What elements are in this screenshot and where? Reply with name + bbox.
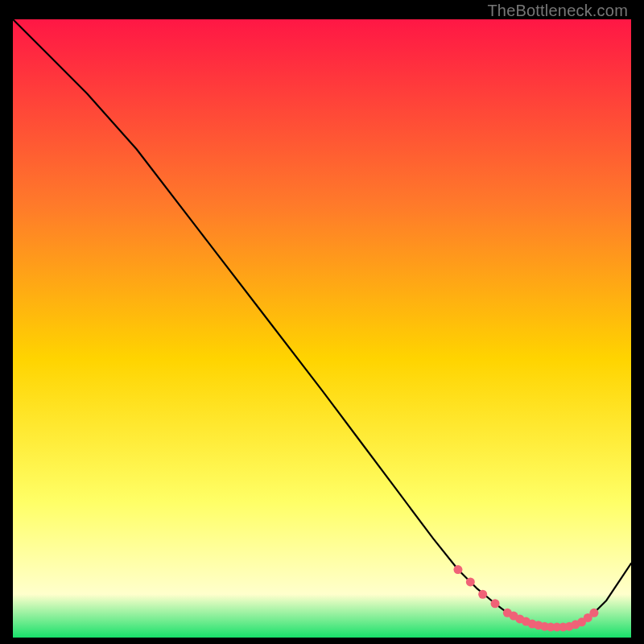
bottleneck-chart [13,19,631,638]
marker-point [589,609,598,617]
marker-point [453,565,462,574]
gradient-background [13,19,631,638]
marker-point [491,599,500,608]
marker-point [466,577,475,586]
watermark-text: TheBottleneck.com [487,2,628,20]
marker-point [478,590,487,599]
